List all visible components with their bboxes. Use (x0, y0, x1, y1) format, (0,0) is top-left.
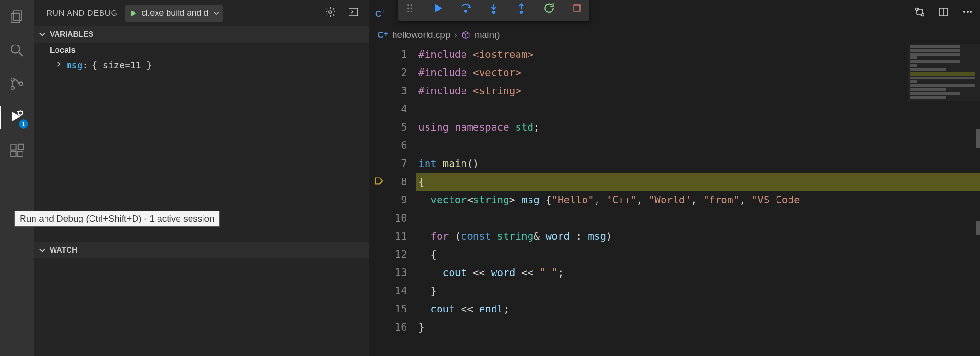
svg-point-38 (970, 11, 972, 13)
chevron-down-icon[interactable] (210, 9, 223, 18)
cpp-file-icon: C+ (375, 7, 385, 19)
variable-row[interactable]: msg { size=11 } (34, 58, 369, 72)
svg-point-17 (329, 11, 332, 13)
scope-locals[interactable]: Locals (34, 43, 369, 58)
svg-point-5 (11, 86, 14, 89)
svg-rect-0 (13, 11, 22, 20)
svg-rect-13 (11, 151, 16, 156)
source-control-icon[interactable] (7, 74, 26, 93)
svg-point-20 (407, 7, 409, 9)
svg-line-3 (19, 52, 23, 56)
editor-topbar: C+ (369, 0, 980, 26)
execution-pointer-icon (373, 176, 384, 189)
more-actions-icon[interactable] (962, 6, 973, 20)
variable-name: msg (66, 60, 88, 70)
chevron-down-icon (37, 245, 47, 255)
svg-marker-25 (435, 4, 442, 12)
svg-point-26 (465, 10, 467, 12)
svg-line-10 (17, 111, 18, 112)
variables-section-header[interactable]: VARIABLES (34, 26, 369, 43)
run-debug-sidebar: RUN AND DEBUG cl.exe build and d VARIABL… (34, 0, 369, 356)
continue-icon[interactable] (432, 2, 444, 17)
svg-point-24 (411, 10, 412, 11)
activity-bar: 1 (0, 0, 34, 356)
chevron-down-icon (37, 30, 47, 39)
start-debug-icon[interactable] (125, 9, 141, 18)
svg-point-19 (407, 4, 409, 5)
svg-point-2 (11, 45, 20, 53)
cpp-file-icon: C+ (377, 30, 388, 40)
code-text[interactable]: #include <iostream>#include <vector>#inc… (416, 44, 980, 356)
svg-point-21 (407, 10, 409, 11)
debug-tooltip: Run and Debug (Ctrl+Shift+D) - 1 active … (14, 211, 220, 227)
svg-point-23 (411, 7, 412, 9)
symbol-method-icon (461, 30, 471, 40)
svg-marker-7 (12, 112, 20, 122)
breadcrumb[interactable]: C+ helloworld.cpp › main() (369, 26, 980, 44)
svg-point-36 (963, 11, 965, 13)
svg-rect-15 (18, 144, 23, 149)
variable-value: { size=11 } (91, 60, 152, 70)
extensions-icon[interactable] (7, 141, 26, 160)
chevron-right-icon: › (454, 30, 457, 40)
svg-rect-1 (11, 13, 20, 23)
step-into-icon[interactable] (487, 2, 500, 17)
editor-pane: C+ C+ helloworld.cpp › main() 1234567891… (369, 0, 980, 356)
sidebar-title: RUN AND DEBUG (39, 9, 120, 18)
svg-line-11 (22, 111, 23, 112)
debug-console-icon[interactable] (348, 6, 359, 20)
svg-rect-14 (17, 151, 23, 156)
search-icon[interactable] (7, 41, 26, 60)
svg-rect-31 (574, 5, 580, 11)
config-name: cl.exe build and d (141, 8, 210, 18)
svg-point-37 (967, 11, 969, 13)
drag-grip-icon[interactable] (404, 2, 417, 17)
svg-marker-16 (131, 10, 136, 16)
restart-icon[interactable] (543, 2, 555, 17)
compare-changes-icon[interactable] (914, 6, 925, 20)
minimap[interactable] (908, 44, 980, 101)
debug-toolbar[interactable] (398, 0, 589, 21)
gutter (369, 44, 389, 356)
svg-rect-12 (11, 145, 16, 150)
debug-config-selector[interactable]: cl.exe build and d (125, 5, 223, 22)
scrollbar-thumb[interactable] (976, 221, 980, 235)
sidebar-header: RUN AND DEBUG cl.exe build and d (34, 0, 369, 26)
gear-icon[interactable] (325, 6, 336, 20)
svg-point-6 (19, 82, 23, 85)
debug-session-badge: 1 (19, 119, 28, 129)
chevron-right-icon (55, 60, 63, 70)
scrollbar-thumb[interactable] (976, 129, 980, 148)
svg-point-22 (411, 4, 412, 5)
svg-point-30 (520, 11, 522, 13)
watch-section-header[interactable]: WATCH (34, 242, 369, 258)
svg-point-4 (11, 78, 14, 81)
code-body[interactable]: 12345678910111213141516 #include <iostre… (369, 44, 980, 356)
breadcrumb-file[interactable]: helloworld.cpp (392, 30, 450, 40)
step-over-icon[interactable] (460, 2, 472, 17)
stop-icon[interactable] (571, 2, 583, 17)
svg-point-28 (493, 11, 495, 13)
explorer-icon[interactable] (7, 7, 26, 26)
breadcrumb-symbol[interactable]: main() (474, 30, 500, 40)
line-numbers: 12345678910111213141516 (389, 44, 416, 356)
run-debug-icon[interactable]: 1 (7, 108, 26, 127)
split-editor-icon[interactable] (938, 6, 949, 20)
step-out-icon[interactable] (515, 2, 528, 17)
